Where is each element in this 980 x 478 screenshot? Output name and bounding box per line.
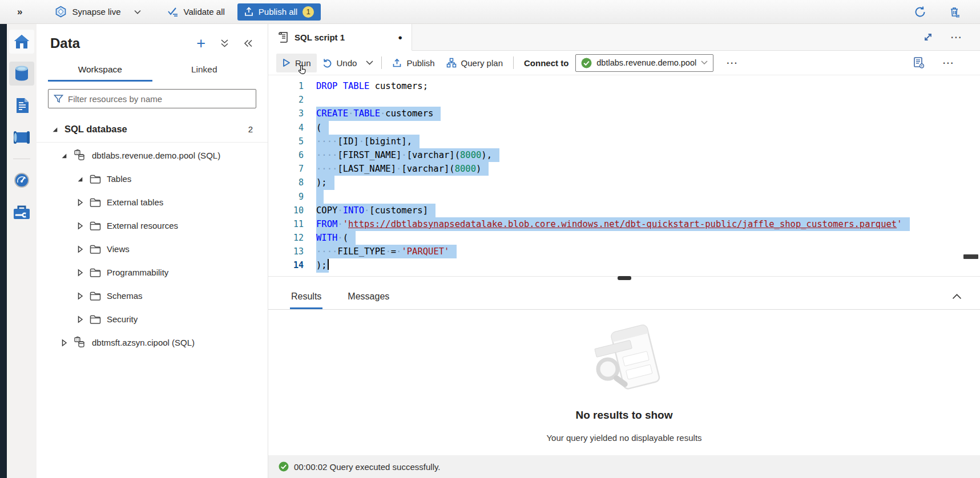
tab-linked[interactable]: Linked <box>152 58 257 82</box>
tree-item-label: dbtlabs.revenue.demo.pool (SQL) <box>92 151 220 160</box>
home-icon[interactable] <box>9 30 34 54</box>
code-line: 1DROP TABLE customers; <box>268 79 980 93</box>
undo-dropdown-chevron-icon[interactable] <box>362 54 377 72</box>
tab-workspace[interactable]: Workspace <box>48 58 152 82</box>
refresh-icon[interactable] <box>914 6 926 18</box>
filter-input[interactable] <box>68 94 251 104</box>
manage-icon[interactable] <box>9 200 34 224</box>
line-number: 12 <box>268 231 304 245</box>
tab-results[interactable]: Results <box>290 288 322 309</box>
code-line: 3CREATE·TABLE·customers <box>268 107 980 120</box>
folder-icon <box>90 291 101 301</box>
connect-to-label: Connect to <box>524 58 568 68</box>
properties-icon[interactable] <box>913 56 925 69</box>
editor-more-icon[interactable]: ⋯ <box>942 57 955 68</box>
code-line: 12WITH·( <box>268 231 980 245</box>
discard-all-icon[interactable] <box>948 6 961 18</box>
tab-messages[interactable]: Messages <box>346 288 390 309</box>
code-line: 2 <box>268 93 980 107</box>
line-number: 14 <box>268 258 304 272</box>
collapsed-arrow-icon[interactable] <box>75 292 84 300</box>
line-number: 2 <box>268 93 304 107</box>
run-button[interactable]: Run <box>276 54 317 72</box>
publish-all-button[interactable]: Publish all 1 <box>237 3 321 21</box>
folder-icon <box>90 245 101 254</box>
rail-accent-strip <box>0 24 7 478</box>
tree-item-count: 2 <box>248 124 253 134</box>
tree-item[interactable]: dbtlabs.revenue.demo.pool (SQL) <box>37 144 268 167</box>
add-resource-icon[interactable]: + <box>196 36 205 51</box>
tree-item[interactable]: Views <box>37 237 268 261</box>
tree-item[interactable]: Programmability <box>37 261 268 284</box>
expanded-arrow-icon[interactable] <box>59 152 68 159</box>
results-splitter[interactable] <box>268 276 980 283</box>
status-message: 00:00:02 Query executed successfully. <box>294 462 441 472</box>
data-explorer-panel: Data + Workspace Linked SQL database2dbt… <box>37 24 268 478</box>
line-number: 13 <box>268 245 304 258</box>
publish-button[interactable]: Publish <box>386 54 440 72</box>
collapsed-arrow-icon[interactable] <box>75 222 84 230</box>
collapse-panel-icon[interactable] <box>244 39 253 47</box>
validate-label: Validate all <box>184 7 225 17</box>
splitter-handle-icon[interactable] <box>618 276 631 280</box>
top-command-bar: » Synapse live Validate all Publish all … <box>0 0 980 24</box>
tree-item[interactable]: Schemas <box>37 284 268 307</box>
expanded-arrow-icon[interactable] <box>50 126 59 133</box>
code-line: 11FROM·'https://dbtlabsynapsedatalake.bl… <box>268 217 980 231</box>
collapse-all-icon[interactable] <box>220 39 229 48</box>
expanded-arrow-icon[interactable] <box>75 176 84 183</box>
tree-item[interactable]: Tables <box>37 167 268 191</box>
publish-label: Publish <box>406 58 434 68</box>
validate-all-button[interactable]: Validate all <box>167 7 225 17</box>
mode-label: Synapse live <box>72 7 120 17</box>
results-tab-bar: Results Messages <box>268 283 980 310</box>
query-plan-button[interactable]: Query plan <box>441 54 509 72</box>
expand-editor-icon[interactable] <box>923 32 933 42</box>
chevron-down-icon <box>134 10 141 14</box>
synapse-logo-icon <box>55 6 67 18</box>
tree-item[interactable]: External resources <box>37 214 268 237</box>
monitor-icon[interactable] <box>9 168 34 192</box>
tree-item-label: SQL database <box>64 124 127 135</box>
tree-item[interactable]: dbtmsft.azsyn.cipool (SQL) <box>37 331 268 354</box>
develop-icon[interactable] <box>9 94 34 118</box>
code-line: 10COPY·INTO·[customers] <box>268 204 980 217</box>
tab-more-icon[interactable]: ⋯ <box>950 31 963 43</box>
tree-item[interactable]: SQL database2 <box>37 118 268 141</box>
collapsed-arrow-icon[interactable] <box>75 245 84 253</box>
code-lines: 1DROP TABLE customers;23CREATE·TABLE·cus… <box>268 79 980 273</box>
undo-button[interactable]: Undo <box>317 54 363 72</box>
sql-code-editor[interactable]: 1DROP TABLE customers;23CREATE·TABLE·cus… <box>268 75 980 276</box>
connection-dropdown[interactable]: dbtlabs.revenue.demo.pool <box>575 54 713 72</box>
unsaved-dot-icon: ● <box>398 33 402 42</box>
collapse-results-chevron-up-icon[interactable] <box>952 294 980 304</box>
text-caret <box>328 259 329 270</box>
mode-selector[interactable]: Synapse live <box>55 6 140 18</box>
tree-item-label: Programmability <box>107 268 168 277</box>
tree-item-label: Tables <box>107 174 131 184</box>
code-line: 5····[ID]·[bigint], <box>268 135 980 148</box>
folder-icon <box>90 315 101 324</box>
tree-item[interactable]: Security <box>37 307 268 331</box>
expand-rail-icon[interactable]: » <box>17 6 23 18</box>
toolbar-divider <box>513 56 514 69</box>
connection-chevron-icon <box>701 60 708 65</box>
folder-icon <box>90 221 101 230</box>
collapsed-arrow-icon[interactable] <box>59 339 68 347</box>
collapsed-arrow-icon[interactable] <box>75 269 84 277</box>
tree-item[interactable]: External tables <box>37 191 268 214</box>
tab-title: SQL script 1 <box>295 33 345 42</box>
collapsed-arrow-icon[interactable] <box>75 199 84 206</box>
tab-sql-script-1[interactable]: SQL script 1 ● <box>268 24 412 51</box>
collapsed-arrow-icon[interactable] <box>75 315 84 323</box>
toolbar-overflow-icon[interactable]: ⋯ <box>726 57 739 68</box>
scrollbar-thumb[interactable] <box>963 254 978 259</box>
tree-item-label: dbtmsft.azsyn.cipool (SQL) <box>92 338 195 347</box>
code-line: 8); <box>268 176 980 189</box>
query-status-bar: 00:00:02 Query executed successfully. <box>268 455 980 478</box>
code-line: 9​ <box>268 190 980 204</box>
tree-item-label: Views <box>107 244 130 254</box>
data-icon[interactable] <box>9 62 34 86</box>
line-number: 3 <box>268 107 304 120</box>
integrate-icon[interactable] <box>9 125 34 149</box>
